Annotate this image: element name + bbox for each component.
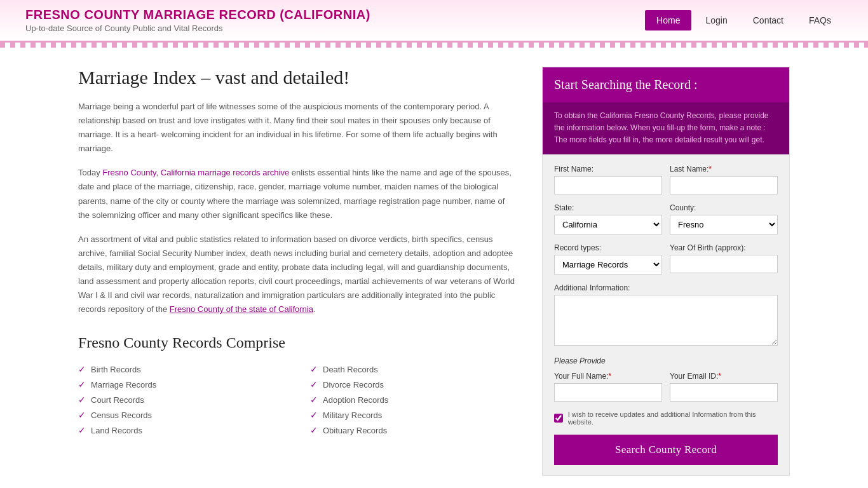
- list-item: ✓ Birth Records: [78, 362, 285, 377]
- newsletter-checkbox[interactable]: [554, 414, 563, 423]
- left-content: Marriage Index – vast and detailed! Marr…: [78, 67, 517, 476]
- year-of-birth-input[interactable]: [670, 255, 778, 273]
- site-subtitle: Up-to-date Source of County Public and V…: [25, 24, 370, 33]
- list-item: ✓ Court Records: [78, 392, 285, 407]
- full-name-label: Your Full Name:*: [554, 372, 662, 381]
- nav-login[interactable]: Login: [694, 10, 738, 30]
- list-item: ✓ Military Records: [310, 407, 517, 423]
- checkmark-icon: ✓: [310, 395, 318, 405]
- decorative-stripe: [0, 43, 868, 48]
- right-panel: Start Searching the Record : To obtain t…: [542, 67, 790, 476]
- newsletter-label: I wish to receive updates and additional…: [568, 410, 778, 426]
- nav-contact[interactable]: Contact: [742, 10, 795, 30]
- state-select[interactable]: California Texas New York Florida: [554, 215, 662, 234]
- records-paragraph: Today Fresno County, California marriage…: [78, 166, 517, 222]
- checkmark-icon: ✓: [78, 410, 86, 420]
- record-year-row: Record types: Marriage Records Birth Rec…: [554, 243, 778, 274]
- name-email-row: Your Full Name:* Your Email ID:*: [554, 372, 778, 402]
- search-header: Start Searching the Record :: [543, 67, 789, 102]
- county-label: County:: [670, 203, 778, 212]
- email-required: *: [718, 372, 721, 381]
- list-item: ✓ Census Records: [78, 407, 285, 423]
- records-section-title: Fresno County Records Comprise: [78, 334, 517, 351]
- site-header: FRESNO COUNTY MARRIAGE RECORD (CALIFORNI…: [0, 0, 868, 43]
- checkmark-icon: ✓: [78, 379, 86, 390]
- main-container: Marriage Index – vast and detailed! Marr…: [53, 48, 815, 488]
- search-county-record-button[interactable]: Search County Record: [554, 435, 778, 465]
- list-item: ✓ Land Records: [78, 423, 285, 438]
- main-heading: Marriage Index – vast and detailed!: [78, 67, 517, 88]
- last-name-input[interactable]: [670, 176, 778, 194]
- state-label: State:: [554, 203, 662, 212]
- checkmark-icon: ✓: [310, 364, 318, 374]
- list-item: ✓ Death Records: [310, 362, 517, 377]
- checkmark-icon: ✓: [310, 410, 318, 420]
- search-form: First Name: Last Name:* State:: [543, 154, 789, 475]
- checkmark-icon: ✓: [78, 395, 86, 405]
- full-name-required: *: [609, 372, 612, 381]
- additional-info-group: Additional Information:: [554, 283, 778, 348]
- additional-info-textarea[interactable]: [554, 295, 778, 346]
- site-title: FRESNO COUNTY MARRIAGE RECORD (CALIFORNI…: [25, 8, 370, 22]
- public-records-paragraph: An assortment of vital and public statis…: [78, 233, 517, 317]
- record-types-label: Record types:: [554, 243, 662, 252]
- list-item: ✓ Marriage Records: [78, 377, 285, 392]
- year-of-birth-label: Year Of Birth (approx):: [670, 243, 778, 252]
- records-left-column: ✓ Birth Records ✓ Marriage Records ✓ Cou…: [78, 362, 285, 438]
- first-name-group: First Name:: [554, 165, 662, 194]
- additional-info-label: Additional Information:: [554, 283, 778, 292]
- fresno-link: Fresno County, California marriage recor…: [102, 168, 289, 177]
- year-of-birth-group: Year Of Birth (approx):: [670, 243, 778, 274]
- county-select[interactable]: Fresno Los Angeles San Diego Sacramento: [670, 215, 778, 234]
- checkmark-icon: ✓: [310, 379, 318, 390]
- first-name-label: First Name:: [554, 165, 662, 173]
- email-input[interactable]: [670, 383, 778, 402]
- name-row: First Name: Last Name:*: [554, 165, 778, 194]
- record-types-group: Record types: Marriage Records Birth Rec…: [554, 243, 662, 274]
- list-item: ✓ Adoption Records: [310, 392, 517, 407]
- county-group: County: Fresno Los Angeles San Diego Sac…: [670, 203, 778, 234]
- nav-home[interactable]: Home: [645, 10, 691, 30]
- record-types-select[interactable]: Marriage Records Birth Records Death Rec…: [554, 255, 662, 274]
- list-item: ✓ Obituary Records: [310, 423, 517, 438]
- newsletter-checkbox-row: I wish to receive updates and additional…: [554, 410, 778, 426]
- checkmark-icon: ✓: [78, 425, 86, 435]
- email-group: Your Email ID:*: [670, 372, 778, 402]
- search-box: Start Searching the Record : To obtain t…: [542, 67, 790, 476]
- state-county-row: State: California Texas New York Florida…: [554, 203, 778, 234]
- first-name-input[interactable]: [554, 176, 662, 194]
- search-description: To obtain the California Fresno County R…: [543, 102, 789, 154]
- checkmark-icon: ✓: [310, 425, 318, 435]
- state-group: State: California Texas New York Florida: [554, 203, 662, 234]
- state-link: Fresno County of the state of California: [170, 304, 313, 314]
- records-list: ✓ Birth Records ✓ Marriage Records ✓ Cou…: [78, 362, 517, 438]
- intro-paragraph: Marriage being a wonderful part of life …: [78, 100, 517, 156]
- main-nav: Home Login Contact FAQs: [645, 10, 843, 30]
- list-item: ✓ Divorce Records: [310, 377, 517, 392]
- email-label: Your Email ID:*: [670, 372, 778, 381]
- last-name-label: Last Name:*: [670, 165, 778, 173]
- last-name-group: Last Name:*: [670, 165, 778, 194]
- full-name-input[interactable]: [554, 383, 662, 402]
- last-name-required: *: [709, 165, 712, 173]
- full-name-group: Your Full Name:*: [554, 372, 662, 402]
- nav-faqs[interactable]: FAQs: [797, 10, 843, 30]
- checkmark-icon: ✓: [78, 364, 86, 374]
- header-branding: FRESNO COUNTY MARRIAGE RECORD (CALIFORNI…: [25, 8, 370, 33]
- records-right-column: ✓ Death Records ✓ Divorce Records ✓ Adop…: [310, 362, 517, 438]
- please-provide-label: Please Provide: [554, 356, 778, 365]
